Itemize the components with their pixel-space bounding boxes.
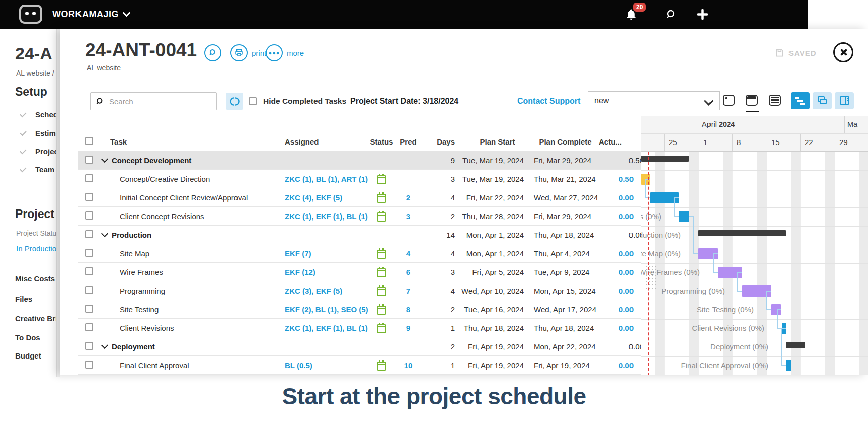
workamajig-logo-icon[interactable] bbox=[19, 5, 42, 24]
gantt-bar[interactable] bbox=[786, 360, 791, 371]
table-row[interactable]: Wire FramesEKF (12)63Fri, Apr 5, 2024Tue… bbox=[78, 263, 641, 281]
assigned-cell[interactable]: ZKC (3), EKF (5) bbox=[282, 287, 373, 295]
pred-cell[interactable]: 10 bbox=[390, 361, 426, 370]
sidebar-item-budget[interactable]: Budget bbox=[15, 351, 41, 360]
contact-support-link[interactable]: Contact Support bbox=[517, 97, 580, 106]
pred-cell[interactable]: 3 bbox=[390, 212, 426, 221]
more-label[interactable]: more bbox=[287, 49, 304, 57]
sidebar-item-files[interactable]: Files bbox=[15, 295, 32, 303]
column-header-task[interactable]: Task bbox=[94, 137, 282, 146]
assigned-cell[interactable]: ZKC (1), EKF (1), BL (1) bbox=[282, 212, 373, 221]
cards-view-button[interactable] bbox=[813, 92, 832, 109]
table-row[interactable]: Production14Mon, Apr 1, 2024Thu, Apr 18,… bbox=[78, 226, 641, 244]
sidebar-item-misc-costs[interactable]: Misc Costs bbox=[15, 274, 55, 283]
column-header-plan-start[interactable]: Plan Start bbox=[461, 137, 534, 146]
column-header-actual[interactable]: Actu... bbox=[597, 137, 641, 146]
assigned-cell[interactable]: ZKC (4), EKF (5) bbox=[282, 193, 373, 202]
brand-menu[interactable]: WORKAMAJIG bbox=[52, 9, 129, 20]
row-checkbox[interactable] bbox=[85, 323, 93, 331]
calendar-status-icon[interactable] bbox=[377, 250, 386, 259]
table-row[interactable]: Client RevisionsZKC (1), EKF (1), BL (1)… bbox=[78, 319, 641, 337]
more-button[interactable]: ●●● bbox=[266, 44, 283, 61]
calendar-status-icon[interactable] bbox=[377, 212, 386, 222]
gantt-bar[interactable] bbox=[679, 211, 689, 222]
calendar-status-icon[interactable] bbox=[377, 287, 386, 296]
plan-complete-cell: Fri, Mar 29, 2024 bbox=[534, 212, 597, 221]
table-row[interactable]: Site TestingEKF (2), BL (1), SEO (5)82Tu… bbox=[78, 300, 641, 319]
column-header-plan-complete[interactable]: Plan Complete bbox=[534, 137, 597, 146]
gantt-view-button[interactable] bbox=[791, 92, 810, 109]
collapse-chevron-icon[interactable] bbox=[101, 230, 108, 237]
plan-complete-cell: Thu, Mar 21, 2024 bbox=[534, 175, 597, 183]
layout-view-button[interactable] bbox=[835, 92, 854, 109]
sidebar-item-project[interactable]: Projec bbox=[20, 147, 56, 156]
row-checkbox[interactable] bbox=[85, 342, 93, 350]
table-row[interactable]: Final Client ApprovalBL (0.5)101Fri, Apr… bbox=[78, 356, 641, 375]
table-row[interactable]: Site MapEKF (7)44Mon, Apr 1, 2024Thu, Ap… bbox=[78, 244, 641, 263]
global-search-icon[interactable] bbox=[665, 9, 677, 21]
pred-cell[interactable]: 4 bbox=[390, 249, 426, 258]
row-checkbox[interactable] bbox=[85, 193, 93, 201]
table-row[interactable]: Concept/Creative DirectionZKC (1), BL (1… bbox=[78, 170, 641, 188]
row-checkbox[interactable] bbox=[85, 286, 93, 294]
column-header-days[interactable]: Days bbox=[426, 137, 461, 146]
collapse-chevron-icon[interactable] bbox=[101, 342, 108, 349]
assigned-cell[interactable]: EKF (12) bbox=[282, 268, 373, 276]
search-input[interactable] bbox=[108, 97, 206, 106]
gantt-bar[interactable] bbox=[698, 230, 786, 236]
row-checkbox[interactable] bbox=[85, 361, 93, 369]
print-label[interactable]: print bbox=[252, 49, 266, 57]
assigned-cell[interactable]: EKF (7) bbox=[282, 249, 373, 258]
pred-cell[interactable]: 2 bbox=[390, 193, 426, 202]
row-checkbox[interactable] bbox=[85, 174, 93, 182]
row-checkbox[interactable] bbox=[85, 211, 93, 220]
column-header-status[interactable]: Status bbox=[373, 137, 390, 146]
sidebar-item-schedule[interactable]: Sched bbox=[20, 110, 56, 119]
view-list-button[interactable] bbox=[769, 95, 781, 106]
view-week-button[interactable] bbox=[746, 95, 758, 106]
sidebar-item-to-dos[interactable]: To Dos bbox=[15, 333, 40, 342]
hide-completed-checkbox[interactable] bbox=[249, 97, 257, 105]
row-checkbox[interactable] bbox=[85, 156, 93, 164]
table-row[interactable]: ProgrammingZKC (3), EKF (5)74Wed, Apr 10… bbox=[78, 281, 641, 300]
view-dropdown[interactable]: new bbox=[588, 91, 720, 110]
column-header-pred[interactable]: Pred bbox=[390, 137, 426, 146]
row-checkbox[interactable] bbox=[85, 230, 93, 238]
calendar-status-icon[interactable] bbox=[377, 175, 386, 184]
sidebar-item-estimate[interactable]: Estim bbox=[20, 129, 56, 137]
calendar-status-icon[interactable] bbox=[377, 306, 386, 315]
splitter-drag-handle[interactable] bbox=[645, 265, 656, 289]
table-row[interactable]: Concept Development9Tue, Mar 19, 2024Fri… bbox=[78, 151, 641, 170]
row-checkbox[interactable] bbox=[85, 305, 93, 313]
assigned-cell[interactable]: BL (0.5) bbox=[282, 361, 373, 370]
table-row[interactable]: Initial Concept Client Review/ApprovalZK… bbox=[78, 188, 641, 207]
print-button[interactable] bbox=[230, 44, 248, 61]
column-header-assigned[interactable]: Assigned bbox=[282, 137, 373, 146]
refresh-button[interactable] bbox=[226, 93, 243, 110]
table-row[interactable]: Deployment2Fri, Apr 19, 2024Mon, Apr 22,… bbox=[78, 337, 641, 356]
pred-cell[interactable]: 8 bbox=[390, 305, 426, 314]
table-row[interactable]: Client Concept RevisionsZKC (1), EKF (1)… bbox=[78, 207, 641, 226]
select-all-checkbox[interactable] bbox=[85, 137, 93, 145]
pred-cell[interactable]: 9 bbox=[390, 324, 426, 332]
row-checkbox[interactable] bbox=[85, 249, 93, 257]
zoom-search-button[interactable] bbox=[204, 44, 221, 61]
sidebar-item-team[interactable]: Team bbox=[20, 165, 54, 174]
view-day-button[interactable] bbox=[723, 95, 735, 106]
assigned-cell[interactable]: EKF (2), BL (1), SEO (5) bbox=[282, 305, 373, 314]
assigned-cell[interactable]: ZKC (1), BL (1), ART (1) bbox=[282, 175, 373, 183]
pred-cell[interactable]: 6 bbox=[390, 268, 426, 276]
sidebar-item-creative-brief[interactable]: Creative Bri bbox=[15, 314, 56, 323]
calendar-status-icon[interactable] bbox=[377, 362, 386, 371]
calendar-status-icon[interactable] bbox=[377, 194, 386, 203]
add-new-icon[interactable] bbox=[696, 8, 709, 21]
gantt-bar[interactable] bbox=[786, 342, 805, 348]
close-button[interactable] bbox=[833, 42, 853, 62]
row-checkbox[interactable] bbox=[85, 267, 93, 275]
collapse-chevron-icon[interactable] bbox=[101, 156, 108, 163]
calendar-status-icon[interactable] bbox=[377, 324, 386, 333]
assigned-cell[interactable]: ZKC (1), EKF (1), BL (1) bbox=[282, 324, 373, 332]
project-status-link[interactable]: In Productio bbox=[16, 244, 56, 253]
calendar-status-icon[interactable] bbox=[377, 268, 386, 277]
pred-cell[interactable]: 7 bbox=[390, 287, 426, 295]
